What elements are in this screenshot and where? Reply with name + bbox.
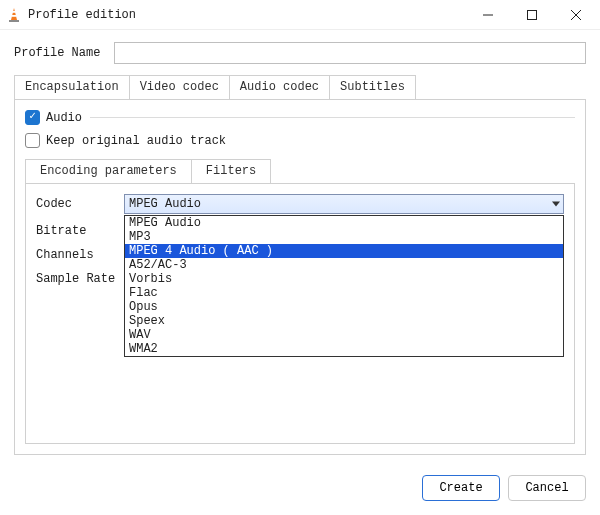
dialog-footer: Create Cancel [0,465,600,515]
audio-codec-panel: Audio Keep original audio track Encoding… [14,99,586,455]
tab-subtitles[interactable]: Subtitles [329,75,416,100]
profile-name-row: Profile Name [14,42,586,64]
codec-option[interactable]: Vorbis [125,272,563,286]
codec-label: Codec [36,197,124,211]
profile-name-input[interactable] [114,42,586,64]
codec-combobox[interactable]: MPEG Audio [124,194,564,214]
codec-option[interactable]: WAV [125,328,563,342]
sample-rate-label: Sample Rate [36,272,124,286]
svg-rect-5 [528,10,537,19]
profile-edition-dialog: Profile edition Profile Name Encapsulati… [0,0,600,515]
profile-name-label: Profile Name [14,46,114,60]
create-button[interactable]: Create [422,475,500,501]
main-tab-bar: Encapsulation Video codec Audio codec Su… [14,75,586,100]
tab-encoding-parameters[interactable]: Encoding parameters [25,159,191,184]
tab-encapsulation[interactable]: Encapsulation [14,75,129,100]
keep-original-checkbox[interactable] [25,133,40,148]
codec-row: Codec MPEG Audio [36,194,564,214]
codec-option[interactable]: MPEG Audio [125,216,563,230]
chevron-down-icon [552,202,560,207]
svg-rect-3 [9,20,19,22]
group-separator [90,117,575,118]
audio-group: Audio [25,110,575,125]
tab-audio-codec[interactable]: Audio codec [229,75,329,100]
codec-option[interactable]: Speex [125,314,563,328]
svg-rect-2 [11,15,16,17]
cancel-button[interactable]: Cancel [508,475,586,501]
maximize-button[interactable] [510,1,554,29]
codec-selected-value: MPEG Audio [129,197,201,211]
minimize-button[interactable] [466,1,510,29]
audio-sub-tab-bar: Encoding parameters Filters [25,159,575,184]
codec-option[interactable]: Opus [125,300,563,314]
codec-option[interactable]: WMA2 [125,342,563,356]
window-title: Profile edition [28,8,136,22]
codec-dropdown-list[interactable]: MPEG AudioMP3MPEG 4 Audio ( AAC )A52/AC-… [124,215,564,357]
codec-option[interactable]: Flac [125,286,563,300]
titlebar: Profile edition [0,0,600,30]
svg-marker-0 [11,8,17,20]
tab-video-codec[interactable]: Video codec [129,75,229,100]
codec-option[interactable]: MPEG 4 Audio ( AAC ) [125,244,563,258]
tab-filters[interactable]: Filters [191,159,271,184]
keep-original-label: Keep original audio track [46,134,226,148]
audio-enable-label: Audio [46,111,82,125]
keep-original-row: Keep original audio track [25,133,575,148]
vlc-cone-icon [6,7,22,23]
encoding-parameters-panel: Codec MPEG Audio Bitrate Channels Sample… [25,183,575,444]
bitrate-label: Bitrate [36,224,124,238]
audio-enable-checkbox[interactable] [25,110,40,125]
dialog-body: Profile Name Encapsulation Video codec A… [0,30,600,465]
close-button[interactable] [554,1,598,29]
codec-option[interactable]: MP3 [125,230,563,244]
svg-rect-1 [12,11,16,13]
channels-label: Channels [36,248,124,262]
codec-option[interactable]: A52/AC-3 [125,258,563,272]
